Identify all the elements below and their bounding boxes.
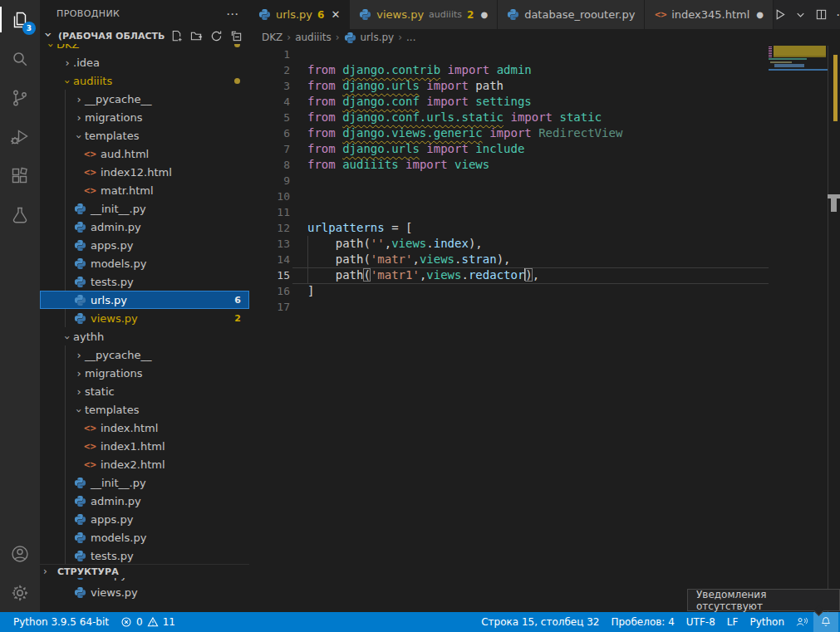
- new-folder-icon[interactable]: [190, 30, 203, 42]
- close-icon[interactable]: ✕: [331, 8, 340, 21]
- code-line[interactable]: from audiiits import views: [307, 157, 622, 173]
- activity-item-explorer[interactable]: 3: [0, 0, 40, 39]
- tree-item-views-py[interactable]: views.py2: [40, 309, 249, 327]
- activity-item-source-control[interactable]: [0, 78, 40, 117]
- code-line[interactable]: from django.urls import path: [307, 78, 622, 94]
- code-line[interactable]: path('',views.index),: [307, 236, 622, 252]
- collapse-icon[interactable]: [230, 30, 243, 42]
- activity-item-settings[interactable]: [0, 573, 40, 612]
- line-number[interactable]: 16: [249, 283, 290, 299]
- tree-item-migrations[interactable]: ›migrations: [40, 108, 249, 126]
- tree-item-pycache[interactable]: ›__pycache__: [40, 90, 249, 108]
- tab-index345-html[interactable]: <>index345.html●: [645, 0, 774, 29]
- status-problems[interactable]: 011: [115, 612, 181, 632]
- code-line[interactable]: [307, 204, 622, 220]
- minimap[interactable]: [769, 46, 828, 594]
- line-number[interactable]: 6: [249, 125, 290, 141]
- tree-item-static[interactable]: ›static: [40, 382, 249, 400]
- tree-item-admin-py[interactable]: admin.py: [40, 492, 249, 510]
- code-line[interactable]: from django.conf import settings: [307, 94, 622, 110]
- status-python-interpreter[interactable]: Python 3.9.5 64-bit: [7, 612, 115, 632]
- split-editor-button[interactable]: [815, 8, 828, 21]
- sidebar-more-icon[interactable]: ⋯: [226, 7, 239, 22]
- tree-item-tests-py[interactable]: tests.py: [40, 272, 249, 291]
- tab-database-roouter-py[interactable]: database_roouter.py: [498, 0, 645, 29]
- code-line[interactable]: from django.urls import include: [307, 141, 622, 157]
- code-line[interactable]: [307, 173, 622, 189]
- code-line[interactable]: [307, 47, 622, 62]
- activity-item-extensions[interactable]: [0, 156, 40, 195]
- tree-item-idea[interactable]: ›.idea: [40, 53, 249, 71]
- tree-item-migrations[interactable]: ›migrations: [40, 364, 249, 382]
- activity-item-search[interactable]: [0, 39, 40, 78]
- tree-item-audiiits[interactable]: ›audiiits: [40, 71, 249, 90]
- breadcrumb-item-dkz[interactable]: DKZ: [262, 32, 282, 43]
- refresh-icon[interactable]: [210, 30, 223, 42]
- modified-dot-icon[interactable]: ●: [480, 10, 488, 19]
- more-actions[interactable]: ⋯: [836, 7, 840, 22]
- status-indentation[interactable]: Пробелов: 4: [605, 612, 680, 632]
- tree-item-apps-py[interactable]: apps.py: [40, 236, 249, 254]
- line-number[interactable]: 17: [249, 299, 290, 315]
- line-number[interactable]: 14: [249, 252, 290, 267]
- code-line[interactable]: from django.conf.urls.static import stat…: [307, 110, 622, 125]
- modified-dot-icon[interactable]: ●: [756, 10, 764, 19]
- tree-item-init-py[interactable]: __init__.py: [40, 473, 249, 492]
- tree-item-admin-py[interactable]: admin.py: [40, 218, 249, 236]
- tab-urls-py[interactable]: urls.py6✕: [249, 0, 350, 29]
- tree-item-views-py[interactable]: views.py: [40, 583, 249, 601]
- line-number[interactable]: 8: [249, 157, 290, 173]
- code-line[interactable]: urlpatterns = [: [307, 220, 622, 236]
- tree-item-pycache[interactable]: ›__pycache__: [40, 345, 249, 364]
- status-language-mode[interactable]: Python: [744, 612, 790, 632]
- tab-views-py[interactable]: views.pyaudiiits2●: [350, 0, 498, 29]
- line-number[interactable]: 5: [249, 110, 290, 125]
- tree-item-templates[interactable]: ›templates: [40, 400, 249, 419]
- activity-item-run-and-debug[interactable]: [0, 117, 40, 156]
- line-number[interactable]: 13: [249, 236, 290, 252]
- outline-section-header[interactable]: › СТРУКТУРА: [40, 564, 249, 578]
- status-cursor-position[interactable]: Строка 15, столбец 32: [475, 612, 605, 632]
- activity-item-accounts[interactable]: [0, 534, 40, 573]
- tree-item-tests-py[interactable]: tests.py: [40, 546, 249, 565]
- tree-item-index-html[interactable]: <>index.html: [40, 419, 249, 437]
- new-file-icon[interactable]: [170, 30, 183, 42]
- line-number[interactable]: 4: [249, 94, 290, 110]
- tree-item-aud-html[interactable]: <>aud.html: [40, 145, 249, 163]
- code-line[interactable]: from django.contrib import admin: [307, 62, 622, 78]
- status-encoding[interactable]: UTF-8: [680, 612, 721, 632]
- tree-item-index1-html[interactable]: <>index1.html: [40, 437, 249, 455]
- line-number[interactable]: 11: [249, 204, 290, 220]
- tree-item-models-py[interactable]: models.py: [40, 528, 249, 546]
- status-feedback[interactable]: [790, 612, 813, 632]
- tree-item-templates[interactable]: ›templates: [40, 126, 249, 145]
- line-number[interactable]: 9: [249, 173, 290, 189]
- run-button[interactable]: [774, 8, 786, 21]
- editor-scrollbar[interactable]: [828, 46, 840, 612]
- line-number[interactable]: 10: [249, 189, 290, 204]
- run-dropdown[interactable]: [794, 8, 807, 21]
- tree-item-index12-html[interactable]: <>index12.html: [40, 163, 249, 181]
- code-line[interactable]: [307, 299, 622, 315]
- tree-item-apps-py[interactable]: apps.py: [40, 510, 249, 528]
- line-number[interactable]: 1: [249, 47, 290, 62]
- code-line[interactable]: [307, 189, 622, 204]
- line-number[interactable]: 2: [249, 62, 290, 78]
- activity-item-testing[interactable]: [0, 195, 40, 234]
- breadcrumb-item-[interactable]: ...: [406, 32, 415, 43]
- tree-item-index2-html[interactable]: <>index2.html: [40, 455, 249, 473]
- breadcrumb-item-audiiits[interactable]: audiiits: [295, 32, 332, 43]
- code-line[interactable]: ]: [307, 283, 622, 299]
- line-number[interactable]: 3: [249, 78, 290, 94]
- workspace-section-header[interactable]: › (РАБОЧАЯ ОБЛАСТЬ) ...: [40, 27, 249, 44]
- code-line[interactable]: path('matr1',views.redactor),: [307, 267, 622, 283]
- line-number[interactable]: 15: [249, 267, 290, 283]
- breadcrumb-item-urls-py[interactable]: urls.py: [361, 32, 395, 43]
- tree-item-matr-html[interactable]: <>matr.html: [40, 181, 249, 199]
- code-editor[interactable]: 1234567891011121314151617 from django.co…: [249, 46, 840, 612]
- code-line[interactable]: path('matr',views.stran),: [307, 252, 622, 267]
- tree-item-models-py[interactable]: models.py: [40, 254, 249, 272]
- line-number[interactable]: 12: [249, 220, 290, 236]
- code-line[interactable]: from django.views.generic import Redirec…: [307, 125, 622, 141]
- tree-item-aythh[interactable]: ›aythh: [40, 327, 249, 345]
